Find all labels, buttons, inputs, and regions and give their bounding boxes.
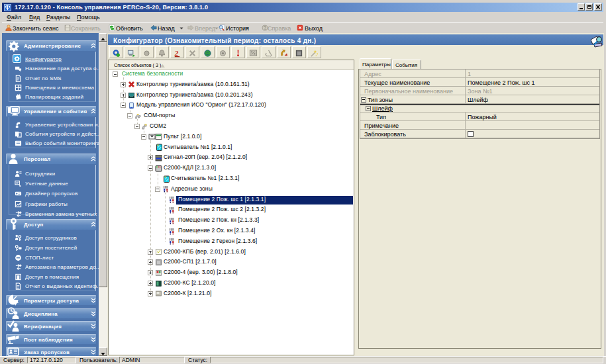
svg-text:2: 2 <box>174 49 179 57</box>
